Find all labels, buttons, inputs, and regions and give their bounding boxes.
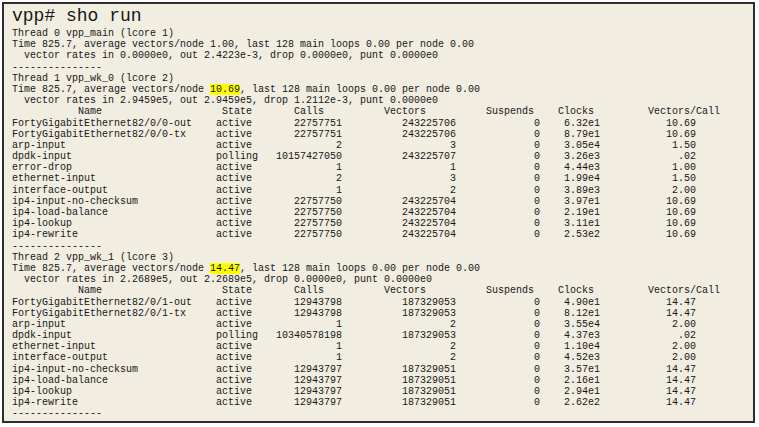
avg-vectors-highlight: 10.69 [210, 84, 240, 95]
node-row: dpdk-input polling 10157427050 243225707… [12, 151, 753, 162]
node-row: ip4-input-no-checksum active 12943797 18… [12, 364, 753, 375]
node-table-header: Name State Calls Vectors Suspends Clocks… [12, 285, 753, 296]
vector-rates-line: vector rates in 2.9459e5, out 2.9459e5, … [12, 95, 753, 106]
node-row: interface-output active 1 2 0 4.52e3 2.0… [12, 352, 753, 363]
separator-line: --------------- [12, 241, 753, 252]
time-prefix: Time 825.7, average vectors/node [12, 263, 210, 274]
cli-prompt-line[interactable]: vpp# sho run [12, 5, 753, 28]
thread-title: Thread 1 vpp_wk_0 (lcore 2) [12, 73, 753, 84]
node-row: interface-output active 1 2 0 3.89e3 2.0… [12, 185, 753, 196]
node-row: ip4-load-balance active 22757750 2432257… [12, 207, 753, 218]
time-suffix: , last 128 main loops 0.00 per node 0.00 [240, 263, 480, 274]
node-row: ip4-lookup active 22757750 243225704 0 3… [12, 218, 753, 229]
node-row: ip4-rewrite active 12943797 187329051 0 … [12, 397, 753, 408]
node-row: dpdk-input polling 10340578198 187329053… [12, 330, 753, 341]
node-row: ip4-lookup active 12943797 187329051 0 2… [12, 386, 753, 397]
node-table: FortyGigabitEthernet82/0/0-out active 22… [12, 118, 753, 241]
vector-rates-line: vector rates in 0.0000e0, out 2.4223e-3,… [12, 50, 753, 61]
thread-time-line: Time 825.7, average vectors/node 14.47, … [12, 263, 753, 274]
thread-title: Thread 2 vpp_wk_1 (lcore 3) [12, 252, 753, 263]
vector-rates-line: vector rates in 2.2689e5, out 2.2689e5, … [12, 274, 753, 285]
node-row: ethernet-input active 2 3 0 1.99e4 1.50 [12, 173, 753, 184]
time-suffix: , last 128 main loops 0.00 per node 0.00 [234, 39, 474, 50]
thread-title: Thread 0 vpp_main (lcore 1) [12, 28, 753, 39]
node-row: error-drop active 1 1 0 4.44e3 1.00 [12, 162, 753, 173]
node-row: ip4-rewrite active 22757750 243225704 0 … [12, 229, 753, 240]
thread-1-section: Thread 1 vpp_wk_0 (lcore 2) Time 825.7, … [12, 73, 753, 252]
node-table-header: Name State Calls Vectors Suspends Clocks… [12, 106, 753, 117]
node-row: FortyGigabitEthernet82/0/1-out active 12… [12, 297, 753, 308]
terminal-window[interactable]: vpp# sho run Thread 0 vpp_main (lcore 1)… [2, 2, 755, 423]
node-row: ip4-input-no-checksum active 22757750 24… [12, 196, 753, 207]
thread-time-line: Time 825.7, average vectors/node 10.69, … [12, 84, 753, 95]
thread-2-section: Thread 2 vpp_wk_1 (lcore 3) Time 825.7, … [12, 252, 753, 420]
time-suffix: , last 128 main loops 0.00 per node 0.00 [240, 84, 480, 95]
avg-vectors-highlight: 14.47 [210, 263, 240, 274]
thread-time-line: Time 825.7, average vectors/node 1.00, l… [12, 39, 753, 50]
node-row: arp-input active 1 2 0 3.55e4 2.00 [12, 319, 753, 330]
node-row: ip4-load-balance active 12943797 1873290… [12, 375, 753, 386]
separator-line: --------------- [12, 408, 753, 419]
separator-line: --------------- [12, 62, 753, 73]
node-row: arp-input active 2 3 0 3.05e4 1.50 [12, 140, 753, 151]
node-row: ethernet-input active 1 2 0 1.10e4 2.00 [12, 341, 753, 352]
thread-0-section: Thread 0 vpp_main (lcore 1) Time 825.7, … [12, 28, 753, 73]
node-row: FortyGigabitEthernet82/0/0-out active 22… [12, 118, 753, 129]
time-prefix: Time 825.7, average vectors/node [12, 84, 210, 95]
time-prefix: Time 825.7, average vectors/node [12, 39, 210, 50]
node-row: FortyGigabitEthernet82/0/0-tx active 227… [12, 129, 753, 140]
avg-vectors-value: 1.00 [210, 39, 234, 50]
node-row: FortyGigabitEthernet82/0/1-tx active 129… [12, 308, 753, 319]
node-table: FortyGigabitEthernet82/0/1-out active 12… [12, 297, 753, 409]
